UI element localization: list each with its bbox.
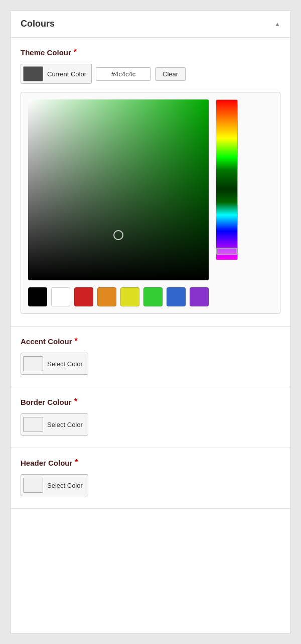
swatch-blue[interactable] <box>167 287 186 306</box>
border-select-color-button[interactable]: Select Color <box>21 413 88 436</box>
accent-color-swatch <box>23 356 43 371</box>
panel-toggle-icon[interactable]: ▲ <box>274 21 280 28</box>
saturation-cursor <box>113 230 123 240</box>
current-color-button[interactable]: Current Color <box>21 64 92 84</box>
swatch-green[interactable] <box>143 287 163 306</box>
theme-required-star: * <box>74 48 77 57</box>
header-select-color-button[interactable]: Select Color <box>21 474 88 496</box>
color-hex-input[interactable] <box>96 67 151 81</box>
theme-colour-row: Current Color Clear <box>21 64 280 84</box>
header-colour-section: Header Colour * Select Color <box>11 448 290 509</box>
border-select-color-label: Select Color <box>47 421 83 428</box>
accent-colour-section: Accent Colour * Select Color <box>11 327 290 387</box>
theme-colour-label: Theme Colour * <box>21 48 280 57</box>
swatch-black[interactable] <box>28 287 47 306</box>
header-color-swatch <box>23 478 43 493</box>
hue-slider-wrapper <box>216 99 238 280</box>
colours-panel: Colours ▲ Theme Colour * Current Color C… <box>10 10 291 634</box>
swatch-yellow[interactable] <box>120 287 139 306</box>
panel-title: Colours <box>21 19 55 29</box>
hue-slider[interactable] <box>216 99 238 260</box>
current-color-label: Current Color <box>47 70 86 78</box>
header-select-color-label: Select Color <box>47 482 83 489</box>
current-color-swatch <box>23 66 43 81</box>
header-colour-label: Header Colour * <box>21 458 280 467</box>
clear-button[interactable]: Clear <box>155 67 186 81</box>
color-picker <box>21 92 280 314</box>
hue-handle <box>216 248 237 255</box>
swatch-white[interactable] <box>51 287 70 306</box>
picker-row <box>28 99 273 280</box>
accent-required-star: * <box>75 337 78 346</box>
panel-header: Colours ▲ <box>11 11 290 38</box>
accent-select-color-label: Select Color <box>47 360 83 368</box>
accent-select-color-button[interactable]: Select Color <box>21 353 88 375</box>
swatches-row <box>28 287 273 306</box>
saturation-box[interactable] <box>28 99 209 280</box>
border-colour-label: Border Colour * <box>21 397 280 406</box>
border-color-swatch <box>23 417 43 432</box>
accent-colour-label: Accent Colour * <box>21 337 280 346</box>
swatch-red[interactable] <box>74 287 93 306</box>
border-required-star: * <box>74 397 77 406</box>
swatch-orange[interactable] <box>97 287 116 306</box>
swatch-purple[interactable] <box>190 287 209 306</box>
theme-colour-section: Theme Colour * Current Color Clear <box>11 38 290 327</box>
border-colour-section: Border Colour * Select Color <box>11 387 290 448</box>
header-required-star: * <box>75 458 78 467</box>
